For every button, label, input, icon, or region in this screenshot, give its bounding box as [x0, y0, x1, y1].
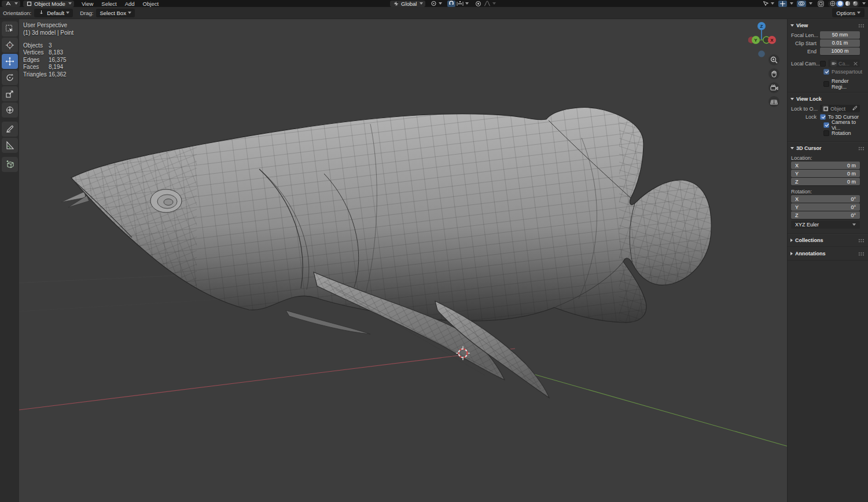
tool-cursor[interactable] — [2, 38, 18, 53]
shading-solid-button[interactable] — [836, 1, 844, 7]
orientation-global-icon — [392, 1, 400, 7]
show-gizmo-toggle[interactable] — [778, 1, 787, 7]
section-annotations-header[interactable]: Annotations — [788, 248, 868, 259]
orientation-preset-value: Default — [47, 10, 64, 16]
shading-dropdown[interactable] — [859, 1, 867, 7]
editor-type-button[interactable] — [2, 1, 20, 7]
tool-rotate[interactable] — [2, 70, 18, 85]
menu-add[interactable]: Add — [121, 0, 139, 7]
clip-end-label: End — [791, 49, 820, 54]
section-annotations: Annotations — [788, 247, 868, 261]
clear-camera-icon[interactable] — [853, 61, 858, 66]
transform-orientation-dropdown[interactable]: Global — [390, 1, 425, 7]
viewport-canvas[interactable] — [0, 0, 868, 502]
gizmo-y-ball[interactable]: Y — [752, 36, 760, 44]
orientation-value: Global — [401, 1, 417, 7]
section-title: Annotations — [795, 251, 826, 257]
pivot-point-dropdown[interactable] — [429, 1, 443, 7]
tool-select-box[interactable] — [2, 21, 18, 36]
cursor-rotation-label: Rotation: — [791, 189, 865, 195]
tool-scale[interactable] — [2, 86, 18, 101]
tool-move[interactable] — [2, 54, 18, 69]
stat-value: 16,375 — [49, 57, 67, 64]
show-object-types-dropdown[interactable] — [762, 1, 775, 7]
rotation-order-dropdown[interactable]: XYZ Euler — [791, 221, 860, 229]
cursor-rot-z-field[interactable]: Z0° — [791, 211, 860, 219]
section-view: View Focal Len... 50 mm Clip Start 0.01 … — [788, 19, 868, 93]
gizmo-neg-z-ball[interactable] — [758, 50, 765, 57]
stat-label: Vertices — [23, 49, 49, 57]
overlays-dropdown[interactable] — [806, 1, 814, 7]
shading-wireframe-button[interactable] — [829, 1, 836, 7]
render-region-checkbox[interactable] — [823, 81, 829, 87]
shading-rendered-button[interactable] — [851, 1, 859, 7]
menu-object[interactable]: Object — [139, 0, 163, 7]
menu-select[interactable]: Select — [97, 0, 120, 7]
axis-x-label: X — [795, 163, 799, 168]
panel-grip-icon[interactable] — [858, 239, 865, 243]
section-view-lock-header[interactable]: View Lock — [788, 94, 868, 104]
lock-to-object-field[interactable]: Object — [820, 105, 860, 112]
stat-value: 8,194 — [49, 64, 63, 71]
orientation-preset-dropdown[interactable]: Default — [34, 9, 73, 17]
section-collections-header[interactable]: Collections — [788, 235, 868, 245]
focal-length-field[interactable]: 50 mm — [820, 31, 860, 39]
expand-icon — [790, 98, 794, 100]
show-overlays-toggle[interactable] — [797, 1, 806, 7]
menu-view[interactable]: View — [78, 0, 97, 7]
section-view-header[interactable]: View — [788, 20, 868, 31]
cursor-rot-x-field[interactable]: X0° — [791, 195, 860, 203]
editor-3d-viewport-icon — [4, 1, 13, 7]
orthographic-toggle-button[interactable] — [768, 96, 779, 107]
gizmo-x-ball[interactable]: X — [768, 36, 776, 44]
mode-selector[interactable]: Object Mode — [23, 1, 74, 7]
camera-to-view-checkbox[interactable] — [823, 122, 829, 128]
viewport-info-overlay: User Perspective (1) 3d model | Point Ob… — [23, 22, 73, 78]
svg-text:Z: Z — [760, 24, 763, 29]
svg-text:Y: Y — [754, 38, 757, 43]
lock-to-cursor-checkbox[interactable] — [820, 114, 826, 120]
tool-measure[interactable] — [2, 138, 18, 153]
clip-start-label: Clip Start — [791, 41, 820, 46]
clip-start-field[interactable]: 0.01 m — [820, 39, 860, 47]
fish-mesh-model[interactable] — [58, 101, 718, 398]
passepartout-checkbox[interactable] — [823, 69, 829, 75]
snap-target-dropdown[interactable] — [455, 1, 470, 7]
axis-z-label: Z — [795, 212, 799, 218]
drag-mode-dropdown[interactable]: Select Box — [96, 9, 134, 17]
options-button[interactable]: Options — [832, 8, 865, 17]
local-camera-field[interactable]: Ca... — [828, 60, 860, 67]
snap-toggle[interactable] — [447, 1, 455, 7]
view-perspective-label: User Perspective — [23, 22, 73, 30]
cursor-rot-y-field[interactable]: Y0° — [791, 203, 860, 211]
panel-grip-icon[interactable] — [858, 146, 865, 151]
cursor-loc-x-field[interactable]: X0 m — [791, 162, 860, 169]
options-label: Options — [836, 10, 855, 16]
section-3d-cursor: 3D Cursor Location: X0 m Y0 m Z0 m Rotat… — [788, 142, 868, 234]
navigation-gizmo[interactable]: Y X Z — [748, 21, 778, 59]
cursor-loc-z-field[interactable]: Z0 m — [791, 178, 860, 185]
shading-material-button[interactable] — [844, 1, 851, 7]
tool-transform[interactable] — [2, 102, 18, 118]
lock-rotation-checkbox[interactable] — [823, 130, 829, 136]
local-camera-checkbox[interactable] — [820, 61, 826, 67]
xray-toggle[interactable] — [816, 1, 825, 7]
clip-end-field[interactable]: 1000 m — [820, 47, 860, 55]
gizmo-z-ball[interactable]: Z — [757, 22, 766, 30]
gizmo-dropdown[interactable] — [787, 1, 795, 7]
tool-annotate[interactable] — [2, 122, 18, 137]
eyedropper-icon[interactable] — [852, 105, 858, 112]
camera-view-button[interactable] — [768, 82, 779, 93]
proportional-editing-toggle[interactable] — [474, 1, 483, 7]
proportional-falloff-dropdown[interactable] — [483, 1, 497, 7]
section-3d-cursor-header[interactable]: 3D Cursor — [788, 143, 868, 153]
panel-grip-icon[interactable] — [858, 252, 865, 256]
panel-grip-icon[interactable] — [858, 24, 865, 28]
cursor-loc-y-field[interactable]: Y0 m — [791, 170, 860, 177]
axis-y-line — [517, 369, 788, 446]
section-title: Collections — [795, 237, 823, 243]
zoom-button[interactable] — [768, 54, 779, 65]
section-collections: Collections — [788, 234, 868, 247]
pan-hand-button[interactable] — [768, 68, 779, 79]
tool-add-cube[interactable] — [2, 157, 18, 172]
